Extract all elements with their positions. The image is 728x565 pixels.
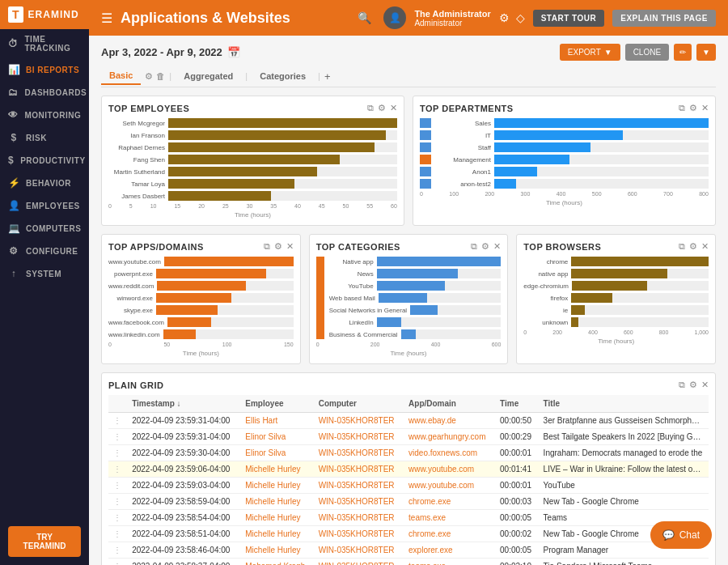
sidebar-item-computers[interactable]: 💻 COMPUTERS — [0, 217, 89, 240]
col-timestamp[interactable]: Timestamp ↓ — [127, 395, 240, 413]
cell-title: Ingraham: Democrats managed to erode the — [539, 445, 709, 461]
x-axis: 051015202530354045505560 — [108, 203, 397, 209]
settings-icon[interactable]: ⚙ — [378, 103, 386, 113]
cell-employee[interactable]: Michelle Hurley — [240, 526, 313, 542]
cell-app[interactable]: teams.exe — [404, 559, 495, 566]
cell-employee[interactable]: Michelle Hurley — [240, 478, 313, 494]
cell-app[interactable]: www.ebay.de — [404, 413, 495, 429]
widget-actions: ⧉ ⚙ ✕ — [679, 241, 709, 252]
row-dots[interactable]: ⋮ — [108, 542, 127, 559]
edit-button[interactable]: ✏ — [674, 44, 692, 61]
cell-computer[interactable]: WIN-035KHOR8TER — [314, 445, 404, 461]
row-dots[interactable]: ⋮ — [108, 559, 127, 566]
sidebar-item-monitoring[interactable]: 👁 MONITORING — [0, 104, 89, 126]
chat-button[interactable]: 💬 Chat — [650, 521, 712, 549]
settings-icon[interactable]: ⚙ — [481, 241, 489, 252]
start-tour-button[interactable]: START TOUR — [533, 10, 605, 27]
sidebar-item-configure[interactable]: ⚙ CONFIGURE — [0, 240, 89, 262]
sidebar-item-bi-reports[interactable]: 📊 BI REPORTS — [0, 58, 89, 81]
cell-computer[interactable]: WIN-035KHOR8TER — [314, 494, 404, 510]
close-icon[interactable]: ✕ — [701, 241, 709, 252]
close-icon[interactable]: ✕ — [701, 380, 709, 390]
row-dots[interactable]: ⋮ — [108, 413, 127, 429]
settings-icon[interactable]: ⚙ — [274, 241, 282, 252]
cell-employee[interactable]: Elinor Silva — [240, 445, 313, 461]
cell-computer[interactable]: WIN-035KHOR8TER — [314, 461, 404, 478]
settings-icon[interactable]: ⚙ — [689, 241, 697, 252]
row-dots[interactable]: ⋮ — [108, 526, 127, 542]
close-icon[interactable]: ✕ — [701, 103, 709, 113]
cell-app[interactable]: teams.exe — [404, 510, 495, 526]
cell-computer[interactable]: WIN-035KHOR8TER — [314, 559, 404, 566]
sidebar-item-risk[interactable]: $ RISK — [0, 126, 89, 149]
export-button[interactable]: EXPORT ▼ — [560, 44, 620, 61]
copy-icon[interactable]: ⧉ — [679, 380, 685, 390]
search-icon[interactable]: 🔍 — [358, 11, 371, 24]
cell-timestamp: 2022-04-09 23:58:46-04:00 — [127, 542, 240, 559]
cell-employee[interactable]: Michelle Hurley — [240, 510, 313, 526]
cell-computer[interactable]: WIN-035KHOR8TER — [314, 542, 404, 559]
top-browsers-title: TOP BROWSERS — [523, 242, 601, 252]
cell-timestamp: 2022-04-09 23:58:54-04:00 — [127, 510, 240, 526]
close-icon[interactable]: ✕ — [390, 103, 397, 113]
try-teramind-button[interactable]: TRY TERAMIND — [8, 526, 81, 557]
copy-icon[interactable]: ⧉ — [367, 103, 374, 113]
row-dots[interactable]: ⋮ — [108, 510, 127, 526]
sidebar-item-employees[interactable]: 👤 EMPLOYEES — [0, 194, 89, 217]
tab-basic[interactable]: Basic — [101, 67, 141, 85]
clone-button[interactable]: CLONE — [625, 44, 669, 61]
cell-app[interactable]: www.gearhungry.com — [404, 429, 495, 445]
sidebar-item-label: MONITORING — [25, 111, 82, 120]
cell-employee[interactable]: Michelle Hurley — [240, 461, 313, 478]
row-dots[interactable]: ⋮ — [108, 445, 127, 461]
sidebar-item-dashboards[interactable]: 🗂 DASHBOARDS — [0, 81, 89, 104]
settings-icon[interactable]: ⚙ — [499, 11, 510, 24]
axis-label: Time (hours) — [108, 350, 294, 357]
explain-page-button[interactable]: EXPLAIN THIS PAGE — [612, 10, 716, 27]
add-tab-button[interactable]: + — [324, 70, 331, 83]
sidebar-item-behavior[interactable]: ⚡ BEHAVIOR — [0, 172, 89, 194]
copy-icon[interactable]: ⧉ — [471, 241, 477, 252]
cell-employee[interactable]: Elinor Silva — [240, 429, 313, 445]
settings-icon[interactable]: ⚙ — [689, 103, 697, 113]
delete-icon[interactable]: 🗑 — [156, 71, 165, 82]
cell-app[interactable]: explorer.exe — [404, 542, 495, 559]
row-dots[interactable]: ⋮ — [108, 429, 127, 445]
cell-app[interactable]: chrome.exe — [404, 494, 495, 510]
row-dots[interactable]: ⋮ — [108, 461, 127, 478]
cell-employee[interactable]: Michelle Hurley — [240, 542, 313, 559]
copy-icon[interactable]: ⧉ — [264, 241, 270, 252]
cell-computer[interactable]: WIN-035KHOR8TER — [314, 510, 404, 526]
cell-computer[interactable]: WIN-035KHOR8TER — [314, 429, 404, 445]
cell-computer[interactable]: WIN-035KHOR8TER — [314, 526, 404, 542]
diamond-icon[interactable]: ◇ — [516, 11, 525, 24]
row-dots[interactable]: ⋮ — [108, 494, 127, 510]
cell-app[interactable]: video.foxnews.com — [404, 445, 495, 461]
close-icon[interactable]: ✕ — [493, 241, 501, 252]
widget-actions: ⧉ ⚙ ✕ — [471, 241, 501, 252]
settings-icon[interactable]: ⚙ — [145, 71, 153, 82]
row-dots[interactable]: ⋮ — [108, 478, 127, 494]
close-icon[interactable]: ✕ — [286, 241, 294, 252]
cell-employee[interactable]: Mohamed Krogh — [240, 559, 313, 566]
sidebar-item-productivity[interactable]: $ PRODUCTIVITY — [0, 149, 89, 172]
widget-actions: ⧉ ⚙ ✕ — [679, 103, 709, 113]
copy-icon[interactable]: ⧉ — [679, 241, 685, 252]
cell-employee[interactable]: Michelle Hurley — [240, 494, 313, 510]
copy-icon[interactable]: ⧉ — [679, 103, 685, 113]
sidebar-item-system[interactable]: ↑ SYSTEM — [0, 262, 89, 285]
cell-app[interactable]: www.youtube.com — [404, 461, 495, 478]
sidebar-item-time-tracking[interactable]: ⏱ TIME TRACKING — [0, 29, 89, 58]
filter-button[interactable]: ▼ — [696, 44, 716, 61]
top-apps-widget: TOP APPS/DOMAINS ⧉ ⚙ ✕ www.youtube.com p… — [101, 234, 301, 364]
cell-app[interactable]: chrome.exe — [404, 526, 495, 542]
calendar-icon[interactable]: 📅 — [227, 46, 240, 58]
cell-app[interactable]: www.youtube.com — [404, 478, 495, 494]
cell-computer[interactable]: WIN-035KHOR8TER — [314, 413, 404, 429]
settings-icon[interactable]: ⚙ — [689, 380, 697, 390]
tab-aggregated[interactable]: Aggregated — [176, 68, 241, 84]
menu-icon[interactable]: ☰ — [101, 11, 112, 26]
cell-computer[interactable]: WIN-035KHOR8TER — [314, 478, 404, 494]
cell-employee[interactable]: Ellis Hart — [240, 413, 313, 429]
tab-categories[interactable]: Categories — [252, 68, 314, 84]
